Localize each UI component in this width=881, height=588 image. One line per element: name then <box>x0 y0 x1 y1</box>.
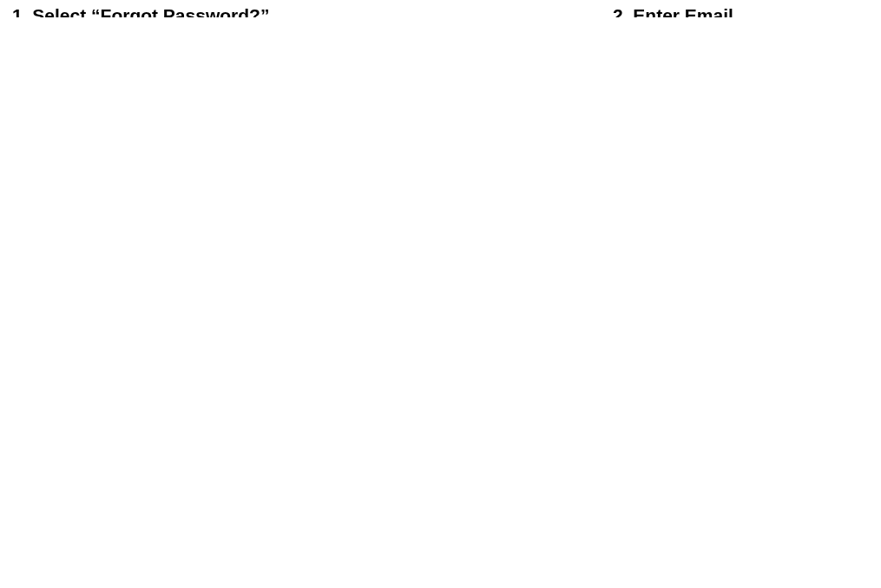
step2-header: 2. Enter Email <box>613 5 733 17</box>
step1-header: 1. Select “Forgot Password?” <box>12 5 269 17</box>
